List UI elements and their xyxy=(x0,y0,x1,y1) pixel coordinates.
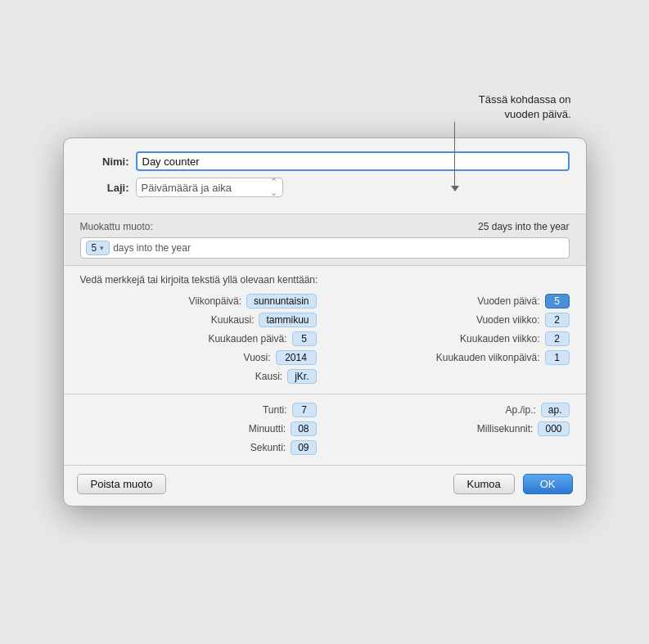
field-value-kuukausi[interactable]: tammikuu xyxy=(259,313,316,327)
field-value-vuosi[interactable]: 2014 xyxy=(276,350,317,365)
tooltip-line2: vuoden päivä. xyxy=(505,108,571,120)
field-row-kuukauden-viikonpaiva: Kuukauden viikonpäivä: 1 xyxy=(333,350,570,365)
field-row-vuoden-viikko: Vuoden viikko: 2 xyxy=(333,313,570,327)
name-label: Nimi: xyxy=(80,155,129,168)
field-value-minuutti[interactable]: 08 xyxy=(291,421,316,436)
type-label: Laji: xyxy=(80,182,129,194)
name-input[interactable] xyxy=(136,151,570,171)
tooltip-line1: Tässä kohdassa on xyxy=(479,93,571,106)
field-label-vuosi: Vuosi: xyxy=(244,352,271,363)
field-value-apip[interactable]: ap. xyxy=(541,403,570,417)
field-value-kausi[interactable]: jKr. xyxy=(287,369,316,384)
format-token[interactable]: 5 ▾ xyxy=(86,241,110,255)
fields-section: Vedä merkkejä tai kirjoita tekstiä yllä … xyxy=(64,266,586,394)
fields-right-col: Vuoden päivä: 5 Vuoden viikko: 2 Kuukaud… xyxy=(333,294,570,384)
field-label-vuoden-viikko: Vuoden viikko: xyxy=(476,314,540,326)
field-row-minuutti: Minuutti: 08 xyxy=(80,421,317,436)
field-label-viikonpaiva: Viikonpäivä: xyxy=(189,295,242,307)
format-header: Muokattu muoto: 25 days into the year xyxy=(80,221,570,232)
time-left-col: Tunti: 7 Minuutti: 08 Sekunti: 09 xyxy=(80,403,317,455)
tooltip-arrow-line xyxy=(454,122,455,187)
type-select[interactable]: Päivämäärä ja aika ⌃⌄ xyxy=(136,178,283,197)
field-value-kuukauden-viikonpaiva[interactable]: 1 xyxy=(545,350,570,365)
format-section: Muokattu muoto: 25 days into the year 5 … xyxy=(64,214,586,266)
type-select-arrow-icon: ⌃⌄ xyxy=(270,177,277,198)
name-row: Nimi: xyxy=(80,151,570,171)
format-token-value: 5 xyxy=(92,242,97,254)
field-value-sekunti[interactable]: 09 xyxy=(291,440,316,455)
field-label-millisekunnit: Millisekunnit: xyxy=(477,423,534,435)
field-row-millisekunnit: Millisekunnit: 000 xyxy=(333,421,570,436)
delete-button[interactable]: Poista muoto xyxy=(77,474,167,494)
field-row-kuukauden-paiva: Kuukauden päivä: 5 xyxy=(80,331,317,346)
top-section: Nimi: Laji: Päivämäärä ja aika ⌃⌄ xyxy=(64,138,586,214)
field-label-vuoden-paiva: Vuoden päivä: xyxy=(477,295,539,307)
field-label-kuukauden-viikko: Kuukauden viikko: xyxy=(460,333,539,345)
field-label-apip: Ap./ip.: xyxy=(505,404,535,416)
field-row-kuukauden-viikko: Kuukauden viikko: 2 xyxy=(333,331,570,346)
tooltip-arrowhead xyxy=(451,186,459,191)
field-value-vuoden-paiva[interactable]: 5 xyxy=(545,294,570,308)
field-row-vuosi: Vuosi: 2014 xyxy=(80,350,317,365)
field-label-kuukausi: Kuukausi: xyxy=(211,314,255,326)
field-label-kuukauden-paiva: Kuukauden päivä: xyxy=(208,333,286,345)
buttons-section: Poista muoto Kumoa OK xyxy=(64,466,586,506)
right-buttons: Kumoa OK xyxy=(453,474,573,494)
fields-grid: Viikonpäivä: sunnuntaisin Kuukausi: tamm… xyxy=(80,294,570,384)
format-suffix: days into the year xyxy=(113,242,191,254)
field-label-kuukauden-viikonpaiva: Kuukauden viikonpäivä: xyxy=(436,352,540,363)
type-row: Laji: Päivämäärä ja aika ⌃⌄ xyxy=(80,178,570,197)
format-preview: 25 days into the year xyxy=(478,221,569,232)
field-row-kausi: Kausi: jKr. xyxy=(80,369,317,384)
field-row-vuoden-paiva: Vuoden päivä: 5 xyxy=(333,294,570,308)
field-value-tunti[interactable]: 7 xyxy=(292,403,317,417)
field-row-tunti: Tunti: 7 xyxy=(80,403,317,417)
field-label-sekunti: Sekunti: xyxy=(250,442,286,453)
dialog: Tässä kohdassa on vuoden päivä. Nimi: La… xyxy=(63,137,587,507)
type-select-value: Päivämäärä ja aika xyxy=(142,182,265,194)
field-row-kuukausi: Kuukausi: tammikuu xyxy=(80,313,317,327)
field-value-millisekunnit[interactable]: 000 xyxy=(538,421,569,436)
field-label-tunti: Tunti: xyxy=(263,404,287,416)
format-bar[interactable]: 5 ▾ days into the year xyxy=(80,237,570,259)
field-row-apip: Ap./ip.: ap. xyxy=(333,403,570,417)
cancel-button[interactable]: Kumoa xyxy=(453,474,515,494)
drag-hint: Vedä merkkejä tai kirjoita tekstiä yllä … xyxy=(80,274,570,286)
field-value-vuoden-viikko[interactable]: 2 xyxy=(545,313,570,327)
field-value-kuukauden-paiva[interactable]: 5 xyxy=(292,331,317,346)
field-row-viikonpaiva: Viikonpäivä: sunnuntaisin xyxy=(80,294,317,308)
field-value-viikonpaiva[interactable]: sunnuntaisin xyxy=(246,294,316,308)
format-token-arrow-icon: ▾ xyxy=(100,244,104,252)
field-label-kausi: Kausi: xyxy=(255,371,282,382)
time-right-col: Ap./ip.: ap. Millisekunnit: 000 xyxy=(333,403,570,455)
ok-button[interactable]: OK xyxy=(523,474,573,494)
tooltip: Tässä kohdassa on vuoden päivä. xyxy=(479,92,571,122)
field-value-kuukauden-viikko[interactable]: 2 xyxy=(545,331,570,346)
format-label: Muokattu muoto: xyxy=(80,221,153,232)
field-row-sekunti: Sekunti: 09 xyxy=(80,440,317,455)
fields-left-col: Viikonpäivä: sunnuntaisin Kuukausi: tamm… xyxy=(80,294,317,384)
field-label-minuutti: Minuutti: xyxy=(249,423,286,435)
time-section: Tunti: 7 Minuutti: 08 Sekunti: 09 Ap./ip… xyxy=(64,394,586,466)
